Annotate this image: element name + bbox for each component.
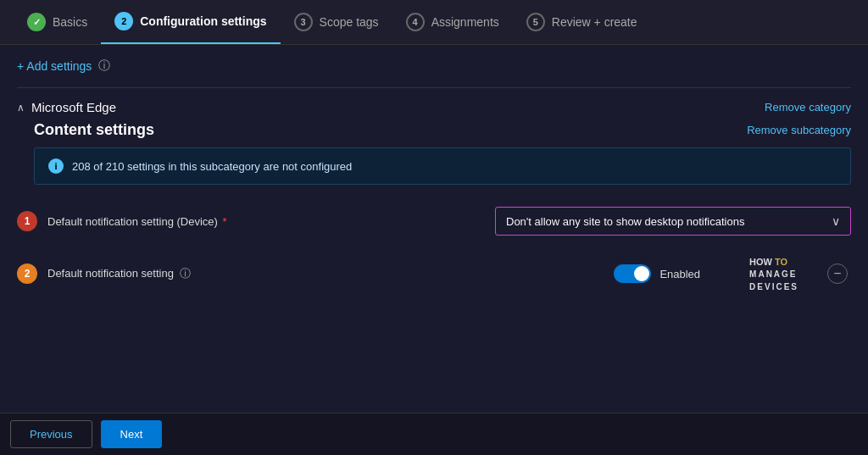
setting-row-2: 2 Default notification setting ⓘ Enabled… bbox=[17, 244, 851, 304]
step-circle-review: 5 bbox=[526, 13, 545, 31]
bottom-bar: Previous Next bbox=[0, 413, 868, 455]
step-label-basics: Basics bbox=[53, 15, 87, 29]
category-title-text: Microsoft Edge bbox=[31, 100, 116, 114]
wizard-nav: ✓ Basics 2 Configuration settings 3 Scop… bbox=[0, 0, 868, 45]
wizard-step-review[interactable]: 5 Review + create bbox=[513, 0, 651, 44]
step-label-assignments: Assignments bbox=[431, 15, 499, 29]
step-circle-assignments: 4 bbox=[406, 13, 425, 31]
setting-row-1: 1 Default notification setting (Device) … bbox=[17, 198, 851, 244]
setting-1-dropdown[interactable]: Don't allow any site to show desktop not… bbox=[495, 207, 851, 236]
step-label-scope: Scope tags bbox=[320, 15, 379, 29]
required-star-1: * bbox=[220, 215, 227, 228]
wizard-step-scope[interactable]: 3 Scope tags bbox=[281, 0, 392, 44]
subcategory-title-text: Content settings bbox=[34, 121, 154, 139]
setting-2-toggle[interactable] bbox=[614, 264, 651, 283]
step-circle-scope: 3 bbox=[294, 13, 313, 31]
main-content: + Add settings ⓘ ∧ Microsoft Edge Remove… bbox=[0, 45, 868, 413]
setting-2-toggle-container: Enabled bbox=[614, 264, 700, 283]
category-chevron-icon[interactable]: ∧ bbox=[17, 102, 25, 114]
add-settings-label: + Add settings bbox=[17, 59, 92, 73]
info-banner: i 208 of 210 settings in this subcategor… bbox=[34, 147, 851, 185]
wizard-step-configuration[interactable]: 2 Configuration settings bbox=[101, 0, 280, 44]
remove-subcategory-button[interactable]: Remove subcategory bbox=[747, 124, 851, 136]
next-button[interactable]: Next bbox=[101, 420, 163, 448]
setting-label-2: Default notification setting ⓘ bbox=[47, 266, 604, 281]
setting-2-remove-button[interactable]: − bbox=[827, 264, 848, 284]
setting-2-info-icon: ⓘ bbox=[177, 267, 192, 280]
setting-number-2: 2 bbox=[17, 264, 37, 284]
setting-2-toggle-label: Enabled bbox=[659, 268, 700, 280]
watermark-text: HOW TO MANAGE DEVICES bbox=[749, 256, 798, 292]
setting-number-1: 1 bbox=[17, 211, 37, 231]
add-settings-row[interactable]: + Add settings ⓘ bbox=[17, 58, 851, 74]
category-title-row: ∧ Microsoft Edge bbox=[17, 100, 116, 114]
step-circle-basics: ✓ bbox=[27, 13, 46, 31]
subcategory-header: Content settings Remove subcategory bbox=[17, 121, 851, 139]
step-circle-configuration: 2 bbox=[114, 12, 133, 31]
category-header: ∧ Microsoft Edge Remove category bbox=[17, 100, 851, 114]
chevron-down-icon-1: ∨ bbox=[832, 214, 840, 228]
add-settings-info-icon: ⓘ bbox=[98, 58, 110, 74]
setting-label-1: Default notification setting (Device) * bbox=[47, 215, 485, 228]
previous-button[interactable]: Previous bbox=[10, 420, 92, 448]
step-label-review: Review + create bbox=[552, 15, 637, 29]
step-label-configuration: Configuration settings bbox=[140, 14, 266, 28]
info-banner-text: 208 of 210 settings in this subcategory … bbox=[72, 160, 352, 173]
watermark: HOW TO MANAGE DEVICES bbox=[744, 252, 804, 296]
info-banner-icon: i bbox=[48, 158, 64, 174]
remove-category-button[interactable]: Remove category bbox=[765, 101, 851, 114]
section-divider bbox=[17, 87, 851, 88]
wizard-step-basics[interactable]: ✓ Basics bbox=[14, 0, 101, 44]
dropdown-value-1: Don't allow any site to show desktop not… bbox=[506, 215, 744, 228]
wizard-step-assignments[interactable]: 4 Assignments bbox=[392, 0, 513, 44]
